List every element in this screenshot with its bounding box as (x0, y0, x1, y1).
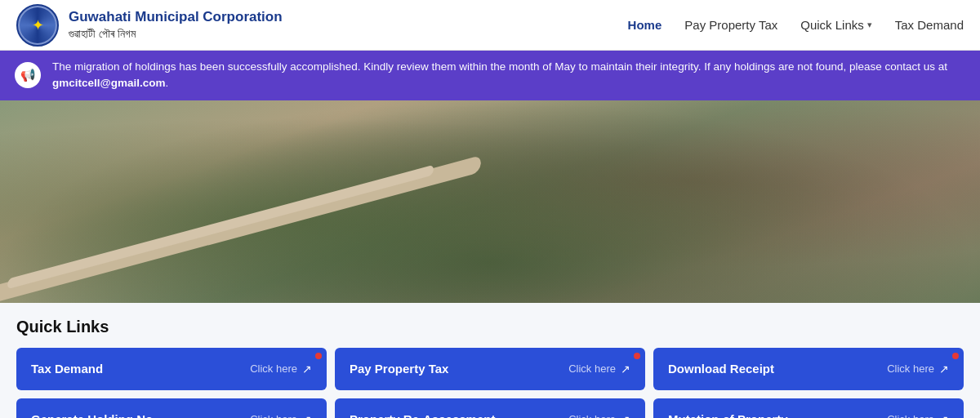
announcement-icon: 📢 (15, 62, 41, 88)
pay-property-tax-arrow-icon: ↗ (621, 362, 630, 376)
tax-demand-right: Click here ↗ (250, 362, 312, 376)
pay-property-tax-notification-dot (634, 353, 640, 359)
quick-links-row1: Tax Demand Click here ↗ Pay Property Tax… (16, 348, 964, 390)
quick-link-download-receipt[interactable]: Download Receipt Click here ↗ (653, 348, 964, 390)
quick-link-tax-demand[interactable]: Tax Demand Click here ↗ (16, 348, 327, 390)
mutation-property-label: Mutation of Property (668, 412, 788, 418)
announcement-email[interactable]: gmcitcell@gmail.com (52, 77, 165, 89)
nav-quick-links[interactable]: Quick Links ▾ (800, 18, 872, 32)
property-reassessment-click-text: Click here (568, 413, 616, 418)
quick-links-title: Quick Links (16, 318, 964, 336)
hero-image (0, 100, 980, 303)
main-nav: Home Pay Property Tax Quick Links ▾ Tax … (628, 18, 964, 32)
pay-property-tax-right: Click here ↗ (568, 362, 630, 376)
property-reassessment-label: Property Re-Assessment (350, 412, 495, 418)
download-receipt-right: Click here ↗ (887, 362, 949, 376)
download-receipt-click-text: Click here (887, 362, 934, 375)
nav-home[interactable]: Home (628, 18, 662, 32)
nav-pay-property-tax[interactable]: Pay Property Tax (684, 18, 777, 32)
header: ✦ Guwahati Municipal Corporation গুৱাহাট… (0, 0, 980, 51)
generate-holding-right: Click here ↗ (250, 413, 312, 419)
quick-link-generate-holding[interactable]: Generate Holding No Click here ↗ (16, 398, 327, 419)
download-receipt-label: Download Receipt (668, 362, 774, 376)
quick-link-mutation-property[interactable]: Mutation of Property Click here ↗ (653, 398, 964, 419)
announcement-text: The migration of holdings has been succe… (52, 59, 965, 92)
quick-links-section: Quick Links Tax Demand Click here ↗ Pay … (0, 303, 980, 419)
tax-demand-arrow-icon: ↗ (302, 362, 312, 376)
tax-demand-label: Tax Demand (31, 362, 103, 376)
mutation-property-click-text: Click here (887, 413, 934, 418)
download-receipt-arrow-icon: ↗ (939, 362, 949, 376)
download-receipt-notification-dot (952, 353, 959, 359)
logo-inner: ✦ (20, 7, 56, 43)
tax-demand-notification-dot (315, 353, 322, 359)
pay-property-tax-label: Pay Property Tax (350, 362, 448, 376)
quick-links-row2: Generate Holding No Click here ↗ Propert… (16, 398, 964, 419)
logo-star: ✦ (32, 16, 44, 34)
logo: ✦ (16, 4, 59, 47)
hero-overlay (0, 100, 980, 303)
property-reassessment-arrow-icon: ↗ (621, 413, 630, 419)
org-names: Guwahati Municipal Corporation গুৱাহাটী … (69, 9, 283, 41)
quick-link-pay-property-tax[interactable]: Pay Property Tax Click here ↗ (335, 348, 645, 390)
nav-tax-demand[interactable]: Tax Demand (895, 18, 964, 32)
generate-holding-click-text: Click here (250, 413, 297, 418)
pay-property-tax-click-text: Click here (568, 362, 616, 375)
generate-holding-label: Generate Holding No (31, 412, 153, 418)
generate-holding-arrow-icon: ↗ (302, 413, 312, 419)
chevron-down-icon: ▾ (867, 20, 872, 30)
org-name-assamese: গুৱাহাটী পৌৰ নিগম (69, 26, 283, 41)
org-name-english: Guwahati Municipal Corporation (69, 9, 283, 25)
property-reassessment-right: Click here ↗ (568, 413, 630, 419)
mutation-property-arrow-icon: ↗ (939, 413, 949, 419)
tax-demand-click-text: Click here (250, 362, 297, 375)
mutation-property-right: Click here ↗ (887, 413, 949, 419)
announcement-banner: 📢 The migration of holdings has been suc… (0, 51, 980, 100)
logo-area: ✦ Guwahati Municipal Corporation গুৱাহাট… (16, 4, 283, 47)
quick-link-property-reassessment[interactable]: Property Re-Assessment Click here ↗ (335, 398, 645, 419)
